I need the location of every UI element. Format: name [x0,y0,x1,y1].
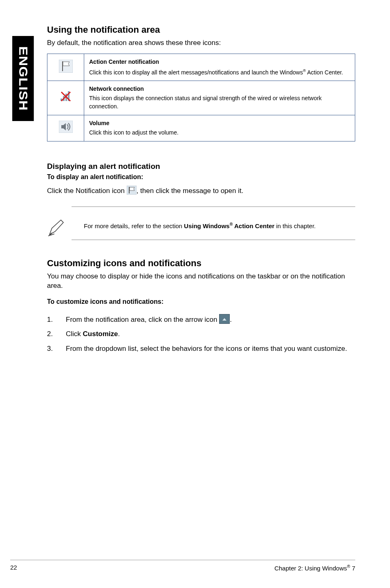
step1-a: From the notification area, click on the… [66,316,219,323]
chapter-label: Chapter 2: Using Windows® 7 [274,564,355,572]
subhead-displaying-alert: Displaying an alert notification [47,162,355,171]
page-content: Using the notification area By default, … [0,0,390,588]
arrow-up-icon [219,314,230,324]
flag-icon-inline [127,186,137,195]
notification-icons-table: Action Center notification Click this ic… [47,54,355,141]
row-desc-part: Action Center. [306,69,343,75]
click-notification-line: Click the Notification icon , then click… [47,186,355,196]
list-item: From the notification area, click on the… [47,314,355,325]
section-heading-customizing: Customizing icons and notifications [47,258,355,269]
volume-icon [47,115,84,141]
section3-intro: You may choose to display or hide the ic… [47,272,355,291]
steps-list: From the notification area, click on the… [47,314,355,354]
pencil-icon [47,218,66,239]
bold-line-display-alert: To display an alert notification: [47,173,355,181]
table-cell-desc: Network connection This icon displays th… [84,81,355,115]
flag-icon [47,54,84,81]
row-title: Network connection [89,85,350,93]
chapter-text-b: 7 [350,565,355,572]
step2-bold: Customize [83,330,118,338]
row-desc: This icon displays the connection status… [89,95,322,110]
table-cell-desc: Action Center notification Click this ic… [84,54,355,81]
note-bold-a: Using Windows [184,222,230,229]
section-heading-notification-area: Using the notification area [47,25,355,35]
bold-line-customize: To customize icons and notifications: [47,298,355,305]
row-title: Action Center notification [89,58,350,66]
row-title: Volume [89,119,350,128]
list-item: From the dropdown list, select the behav… [47,343,355,354]
divider [72,206,355,207]
page-number: 22 [10,564,17,572]
page-footer: 22 Chapter 2: Using Windows® 7 [10,564,355,572]
section1-intro: By default, the notification area shows … [47,38,355,48]
text-part: , then click the message to open it. [137,187,244,195]
step2-b: . [118,330,120,338]
step1-b: . [230,316,232,323]
row-desc-part: Click this icon to display all the alert… [89,69,303,75]
note-part: in this chapter. [274,222,316,229]
note-bold-b: Action Center [233,222,274,229]
note-part: For more details, refer to the section [84,222,184,229]
chapter-text-a: Chapter 2: Using Windows [274,565,347,572]
list-item: Click Customize. [47,329,355,339]
network-icon [47,81,84,115]
table-cell-desc: Volume Click this icon to adjust the vol… [84,115,355,141]
note-block: For more details, refer to the section U… [47,218,355,239]
step2-a: Click [66,330,83,338]
text-part: Click the Notification icon [47,187,127,195]
divider [72,240,355,240]
note-text: For more details, refer to the section U… [84,218,355,233]
table-row: Volume Click this icon to adjust the vol… [47,115,355,141]
table-row: Action Center notification Click this ic… [47,54,355,81]
footer-divider [10,560,355,560]
row-desc: Click this icon to adjust the volume. [89,129,179,136]
table-row: Network connection This icon displays th… [47,81,355,115]
